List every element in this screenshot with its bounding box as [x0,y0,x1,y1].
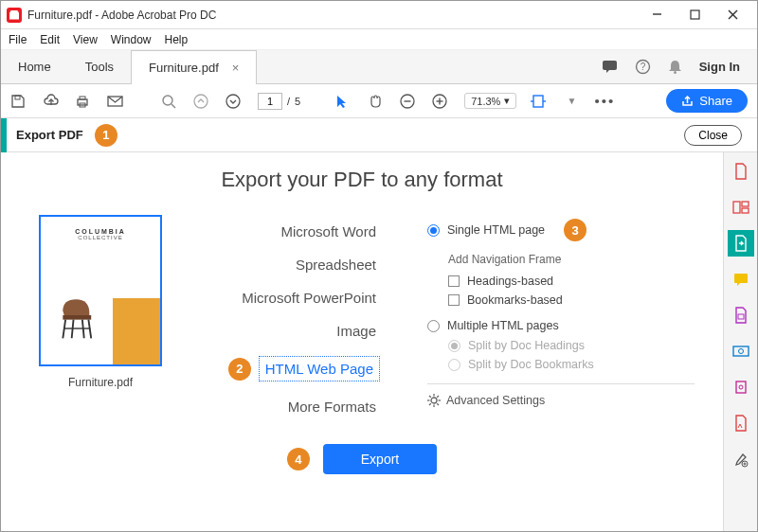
checkbox-headings-label: Headings-based [467,275,553,288]
tool-organize-icon[interactable] [728,302,754,328]
print-icon[interactable] [75,94,94,109]
panel-close-button[interactable]: Close [684,125,742,146]
page-indicator: / 5 [258,93,300,110]
svg-rect-24 [533,96,543,107]
page-sep: / [287,96,290,107]
tool-export-pdf-icon[interactable] [728,230,754,257]
window-title: Furniture.pdf - Adobe Acrobat Pro DC [27,9,216,22]
close-button[interactable] [713,2,751,28]
svg-line-41 [429,403,431,405]
svg-text:?: ? [640,62,645,72]
page-up-icon[interactable] [193,94,212,109]
radio-split-bookmarks: Split by Doc Bookmarks [427,355,695,374]
tool-more-icon[interactable] [728,446,754,472]
checkbox-icon [448,275,460,287]
mail-icon[interactable] [107,95,126,108]
export-button[interactable]: Export [323,444,437,474]
maximize-button[interactable] [676,2,713,28]
svg-point-49 [738,349,743,354]
menu-window[interactable]: Window [111,33,152,46]
sign-in-link[interactable]: Sign In [699,60,740,74]
divider [427,383,695,384]
radio-dot-icon [448,359,460,371]
export-options: Single HTML page 3 Add Navigation Frame … [408,215,695,423]
tool-fill-sign-icon[interactable] [728,410,754,436]
menu-edit[interactable]: Edit [40,33,60,46]
tab-close-icon[interactable]: × [232,61,240,75]
tool-scan-icon[interactable] [728,338,754,364]
format-more[interactable]: More Formats [200,390,380,423]
cloud-icon[interactable] [43,94,62,109]
annotation-badge-4: 4 [287,448,310,470]
export-panel: Export your PDF to any format COLUMBIA C… [1,152,723,531]
menu-help[interactable]: Help [165,33,189,46]
svg-rect-44 [742,208,749,213]
radio-dot-icon [427,320,440,332]
svg-rect-4 [603,61,617,70]
annotation-badge-3: 3 [564,219,587,241]
tab-tools[interactable]: Tools [68,50,131,84]
page-input[interactable] [258,93,282,110]
nav-frame-label: Add Navigation Frame [448,253,695,266]
svg-rect-45 [734,274,748,283]
svg-point-51 [739,385,743,389]
tab-document[interactable]: Furniture.pdf × [131,50,257,84]
annotation-badge-1: 1 [95,124,117,147]
tab-home[interactable]: Home [1,50,68,84]
tool-combine-icon[interactable] [728,194,754,221]
checkbox-headings[interactable]: Headings-based [427,272,695,291]
radio-single-html[interactable]: Single HTML page 3 [427,215,695,245]
checkbox-bookmarks[interactable]: Bookmarks-based [427,291,695,310]
format-html[interactable]: HTML Web Page [259,356,380,381]
pointer-icon[interactable] [335,94,354,109]
document-thumbnail[interactable]: COLUMBIA COLLECTIVE [39,215,162,366]
panel-title: Export PDF [7,128,93,142]
tool-create-pdf-icon[interactable] [728,158,754,185]
zoom-value: 71.3% [471,96,500,107]
zoom-in-icon[interactable] [432,94,451,109]
radio-multi-label: Multiple HTML pages [447,319,559,332]
zoom-out-icon[interactable] [400,94,419,109]
menu-file[interactable]: File [9,33,27,46]
format-spreadsheet[interactable]: Spreadsheet [200,248,380,281]
radio-dot-icon [448,340,460,352]
minimize-button[interactable] [638,2,676,28]
menu-view[interactable]: View [73,33,98,46]
format-image[interactable]: Image [200,314,380,347]
app-icon [7,8,22,23]
radio-multi-html[interactable]: Multiple HTML pages [427,315,695,336]
bell-icon[interactable] [668,59,682,75]
comment-icon[interactable] [602,59,618,75]
share-button[interactable]: Share [666,89,748,113]
help-icon[interactable]: ? [635,59,651,75]
save-icon[interactable] [10,94,29,109]
svg-line-40 [437,396,439,398]
svg-rect-27 [63,315,91,320]
fit-icon[interactable] [530,94,549,109]
zoom-dropdown[interactable]: 71.3% ▾ [464,93,516,109]
checkbox-icon [448,294,460,306]
page-down-icon[interactable] [226,94,244,109]
checkbox-bookmarks-label: Bookmarks-based [467,293,563,307]
advanced-settings-link[interactable]: Advanced Settings [427,394,695,407]
svg-rect-43 [742,202,749,206]
format-word[interactable]: Microsoft Word [200,215,380,248]
more-icon[interactable]: ••• [594,93,613,109]
svg-point-33 [431,398,437,403]
format-powerpoint[interactable]: Microsoft PowerPoint [200,281,380,314]
svg-point-18 [226,95,240,108]
radio-single-label: Single HTML page [447,223,545,237]
search-icon[interactable] [161,94,180,109]
hand-icon[interactable] [368,94,387,109]
svg-point-8 [674,71,677,74]
tool-comment-icon[interactable] [728,266,754,293]
svg-rect-12 [80,97,85,99]
svg-rect-50 [736,381,746,393]
chevron-down-icon[interactable]: ▼ [562,96,581,106]
annotation-badge-2: 2 [228,358,251,381]
export-heading: Export your PDF to any format [29,168,695,192]
radio-split-headings-label: Split by Doc Headings [468,339,585,352]
tool-protect-icon[interactable] [728,374,754,400]
svg-line-16 [171,104,175,108]
svg-rect-47 [738,314,744,319]
